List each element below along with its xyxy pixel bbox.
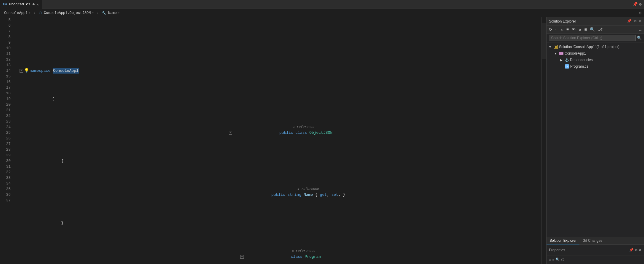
tree-label-dep: Dependencies (570, 58, 593, 62)
code-line-12: 0 references − class Program (18, 248, 542, 260)
properties-panel: Properties 📌 ⧉ ✕ (547, 244, 644, 255)
namespace-icon: ⬡ (39, 11, 42, 15)
ln-17: 17 (0, 85, 13, 90)
tree-arrow-dep: ▶ (559, 58, 564, 62)
se-search-icon[interactable]: 🔍 (637, 36, 642, 40)
tree-item-programcs[interactable]: C# Program.cs (547, 63, 644, 70)
se-back-btn[interactable]: ← (554, 27, 559, 33)
collapse-6[interactable]: − (20, 69, 23, 73)
kw-namespace: namespace (30, 68, 53, 74)
breadcrumb-member-label: Name (108, 11, 117, 15)
collapse-12[interactable]: − (240, 255, 244, 259)
ln-31: 31 (0, 164, 13, 169)
bar-11 (18, 221, 19, 225)
se-title-bar: Solution Explorer 📌 ⧉ ✕ (547, 17, 644, 26)
ln-26: 26 (0, 136, 13, 141)
code-line-6: − 💡 namespace ConsoleApp1 (18, 68, 542, 74)
ref-hint-12: 0 references (292, 248, 315, 254)
collapse-8[interactable]: − (229, 131, 232, 135)
code-lines[interactable]: − 💡 namespace ConsoleApp1 { 1 reference (15, 17, 542, 264)
se-filter-btn[interactable]: 🔍 (589, 26, 596, 33)
se-collapse-all-btn[interactable]: ⊟ (583, 26, 588, 33)
ln-21: 21 (0, 107, 13, 113)
ln-23: 23 (0, 119, 13, 124)
ln-12: 12 (0, 57, 13, 62)
tree-item-project[interactable]: ▼ C# ConsoleApp1 (547, 50, 644, 57)
se-props-btn[interactable]: ≡ (565, 27, 570, 33)
breadcrumb-namespace-arrow: ▾ (92, 11, 94, 15)
prop-float-icon[interactable]: ⧉ (635, 248, 637, 252)
tree-item-solution[interactable]: ▼ Solution 'ConsoleApp1' (1 of 1 project… (547, 44, 644, 50)
se-git-btn[interactable]: ⎇ (597, 26, 604, 33)
ln-18: 18 (0, 90, 13, 96)
se-misc-btn[interactable]: … (638, 27, 643, 33)
bulb-6[interactable]: 💡 (24, 68, 29, 74)
gear-icon[interactable]: ⚙ (639, 2, 642, 7)
add-icon[interactable]: ⊕ (639, 10, 642, 16)
se-search-bar: 🔍 (547, 34, 644, 42)
breadcrumb-project-label: ConsoleApp1 (4, 11, 28, 15)
prop-btn-1[interactable]: ⊟ (549, 257, 551, 262)
prop-btn-3[interactable]: 🔍 (555, 257, 560, 262)
breadcrumb-project-arrow: ▾ (29, 11, 31, 15)
se-sync-btn[interactable]: ⟳ (548, 26, 554, 33)
se-tab-git-changes[interactable]: Git Changes (579, 237, 605, 245)
project-icon: C# (559, 51, 564, 56)
ln-29: 29 (0, 152, 13, 158)
svg-rect-1 (555, 46, 557, 48)
tree-label-project: ConsoleApp1 (565, 51, 586, 55)
se-float-icon[interactable]: ⧉ (633, 19, 637, 24)
bar-8b (227, 131, 228, 135)
breadcrumb-namespace[interactable]: ⬡ ConsoleApp1.ObjectJSON ▾ (37, 11, 95, 15)
breadcrumb: ConsoleApp1 ▾ › ⬡ ConsoleApp1.ObjectJSON… (0, 9, 644, 17)
se-toolbar: ⟳ ← ⌂ ≡ 👁 ↺ ⊟ 🔍 ⎇ … (547, 26, 644, 34)
tab-modified-dot: ● (32, 2, 35, 7)
se-show-all-btn[interactable]: 👁 (571, 27, 577, 33)
breadcrumb-namespace-label: ConsoleApp1.ObjectJSON (44, 11, 91, 15)
pin-icon[interactable]: 📌 (632, 2, 637, 7)
ns-name: ConsoleApp1 (53, 68, 79, 74)
tab-close-icon[interactable]: ✕ (37, 3, 39, 7)
se-close-icon[interactable]: ✕ (638, 18, 642, 24)
line-numbers: 5 6 7 8 9 10 11 12 13 14 15 16 17 18 19 … (0, 17, 15, 264)
ln-14: 14 (0, 68, 13, 74)
ln-33: 33 (0, 175, 13, 181)
tree-arrow-solution: ▼ (548, 44, 552, 49)
prop-btn-4[interactable]: ⬡ (561, 257, 564, 262)
minimap-viewport (542, 23, 546, 59)
se-tree: ▼ Solution 'ConsoleApp1' (1 of 1 project… (547, 42, 644, 237)
main-layout: 5 6 7 8 9 10 11 12 13 14 15 16 17 18 19 … (0, 17, 644, 264)
ln-27: 27 (0, 141, 13, 147)
editor-minimap[interactable] (542, 17, 546, 264)
ln-36: 36 (0, 192, 13, 198)
editor-content[interactable]: 5 6 7 8 9 10 11 12 13 14 15 16 17 18 19 … (0, 17, 546, 264)
se-home-btn[interactable]: ⌂ (560, 27, 564, 33)
cs-file-icon: C# (3, 2, 7, 7)
ln-9: 9 (0, 40, 13, 45)
breadcrumb-sep-1: › (33, 11, 36, 15)
se-tab-solution-explorer[interactable]: Solution Explorer (547, 237, 579, 245)
solution-explorer-panel: Solution Explorer 📌 ⧉ ✕ ⟳ ← ⌂ ≡ 👁 ↺ ⊟ 🔍 … (546, 17, 644, 264)
bar-9 (18, 159, 19, 163)
se-pin-icon[interactable]: 📌 (627, 18, 632, 24)
prop-pin-icon[interactable]: 📌 (629, 248, 634, 252)
bar-7 (18, 97, 19, 101)
breadcrumb-project[interactable]: ConsoleApp1 ▾ (2, 11, 32, 15)
code-line-9: { (18, 158, 542, 164)
se-refresh-btn[interactable]: ↺ (578, 26, 582, 33)
bar-5 (18, 40, 19, 45)
ln-35: 35 (0, 186, 13, 192)
editor-area[interactable]: 5 6 7 8 9 10 11 12 13 14 15 16 17 18 19 … (0, 17, 546, 264)
se-search-input[interactable] (549, 35, 636, 41)
ln-24: 24 (0, 124, 13, 130)
ln-30: 30 (0, 158, 13, 164)
ln-22: 22 (0, 113, 13, 119)
tree-item-dependencies[interactable]: ▶ ⚓ Dependencies (547, 57, 644, 63)
prop-btn-2[interactable]: ≡ (552, 258, 554, 262)
program-cs-icon: C# (565, 64, 569, 69)
breadcrumb-member[interactable]: 🔧 Name ▾ (100, 11, 121, 15)
ln-15: 15 (0, 74, 13, 79)
tab-bar: C# Program.cs ● ✕ 📌 ⚙ (0, 0, 644, 9)
tab-program-cs[interactable]: C# Program.cs ● ✕ (0, 0, 42, 9)
prop-close-icon[interactable]: ✕ (639, 248, 642, 252)
